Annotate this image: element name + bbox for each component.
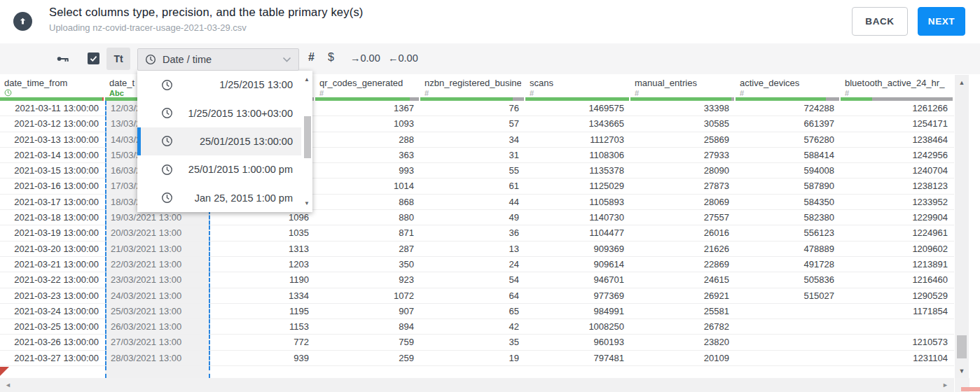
scroll-right-icon[interactable]: ►	[942, 382, 948, 388]
include-column-checkbox[interactable]	[88, 52, 99, 64]
column-header-active_devices[interactable]: active_devices#	[736, 74, 841, 101]
currency-type-button[interactable]: $	[328, 51, 334, 64]
table-cell: 1112703	[525, 132, 630, 147]
column-name: manual_entries	[635, 78, 731, 88]
vertical-scrollbar[interactable]: ▲ ▼	[955, 75, 969, 378]
table-row: 2021-03-19 13:00:0020/03/2021 13:0010358…	[0, 225, 954, 241]
table-cell: 1072	[315, 288, 420, 303]
table-cell: 576280	[736, 132, 841, 147]
table-cell: 54	[420, 272, 525, 287]
table-cell	[630, 366, 736, 378]
column-header-bluetooth_active_24_hr_[interactable]: bluetooth_active_24_hr_#	[841, 74, 954, 101]
table-cell: 909614	[525, 257, 630, 272]
text-type-button[interactable]: Tt	[106, 48, 130, 70]
upload-icon	[13, 12, 32, 31]
table-cell: 1171854	[841, 304, 954, 318]
column-type-select[interactable]: Date / time	[137, 48, 299, 71]
table-cell: 2021-03-16 13:00:00	[0, 178, 105, 193]
back-button[interactable]: BACK	[852, 7, 908, 36]
column-header-manual_entries[interactable]: manual_entries#	[630, 74, 736, 101]
table-cell	[736, 335, 841, 349]
increase-decimal-button[interactable]: →0.00	[350, 52, 380, 64]
table-cell: 1140730	[525, 210, 630, 225]
table-cell: 61	[420, 178, 525, 193]
horizontal-scrollbar[interactable]: ◄ ►	[0, 378, 954, 392]
scroll-up-icon[interactable]: ▲	[302, 76, 312, 83]
table-cell: 36	[420, 225, 525, 240]
table-cell: 588414	[736, 148, 841, 162]
format-option[interactable]: 25/01/2015 13:00:00	[137, 127, 301, 155]
column-header-date_time_from[interactable]: date_time_from	[0, 74, 105, 101]
more-rows-flag	[0, 367, 9, 376]
table-cell: 288	[315, 132, 420, 147]
table-row: 2021-03-27 13:00:0028/03/2021 13:0093925…	[0, 351, 954, 366]
column-header-nzbn_registered_busine[interactable]: nzbn_registered_busine#	[420, 74, 525, 101]
table-cell: 22869	[630, 257, 736, 272]
table-row: 2021-03-18 13:00:0019/03/2021 13:0010968…	[0, 210, 954, 225]
clock-icon	[161, 135, 173, 147]
table-cell: 57	[420, 116, 525, 131]
table-cell: 26016	[630, 225, 736, 240]
table-cell: 30585	[630, 116, 736, 131]
format-option[interactable]: Jan 25, 2015 1:00 pm	[137, 184, 301, 212]
corner-indicator	[961, 387, 980, 391]
table-cell: 1105893	[525, 195, 630, 209]
table-cell: 923	[315, 272, 420, 287]
scroll-up-icon[interactable]: ▲	[955, 79, 969, 86]
table-cell: 1290529	[841, 288, 954, 303]
table-cell: 2021-03-26 13:00:00	[0, 335, 105, 349]
format-option[interactable]: 1/25/2015 13:00	[137, 71, 301, 99]
table-cell: 2021-03-13 13:00:00	[0, 132, 105, 147]
table-cell: 2021-03-18 13:00:00	[0, 210, 105, 225]
table-row: 2021-03-22 13:00:0023/03/2021 13:0011909…	[0, 272, 954, 288]
column-header-qr_codes_generated[interactable]: qr_codes_generated#	[315, 74, 420, 101]
scroll-down-icon[interactable]: ▼	[302, 200, 312, 206]
vertical-scroll-thumb[interactable]	[957, 335, 967, 358]
table-cell: 19/03/2021 13:00	[105, 210, 210, 225]
table-cell: 21/03/2021 13:00	[105, 241, 210, 256]
clock-icon	[161, 107, 173, 119]
column-name: qr_codes_generated	[319, 78, 416, 88]
format-option[interactable]: 25/01/2015 1:00:00 pm	[137, 155, 301, 183]
table-cell: 33398	[630, 101, 736, 115]
dropdown-scrollbar[interactable]: ▲ ▼	[302, 71, 312, 212]
table-cell: 76	[420, 101, 525, 115]
table-cell: 1334	[210, 288, 315, 303]
table-cell: 2021-03-12 13:00:00	[0, 116, 105, 131]
next-button[interactable]: NEXT	[918, 7, 965, 36]
table-cell: 491728	[736, 257, 841, 272]
table-cell	[736, 319, 841, 334]
dropdown-scroll-thumb[interactable]	[304, 116, 311, 158]
table-cell: 24/03/2021 13:00	[105, 288, 210, 303]
table-cell: 587890	[736, 178, 841, 193]
table-cell	[736, 351, 841, 365]
table-cell: 1153	[210, 319, 315, 334]
table-cell: 25581	[630, 304, 736, 318]
table-cell: 880	[315, 210, 420, 225]
primary-key-icon[interactable]	[56, 53, 70, 67]
table-cell: 49	[420, 210, 525, 225]
table-cell: 1238464	[841, 132, 954, 147]
table-cell: 515027	[736, 288, 841, 303]
table-cell: 584350	[736, 195, 841, 209]
scroll-left-icon[interactable]: ◄	[5, 382, 11, 388]
table-cell: 1209602	[841, 241, 954, 256]
number-type-button[interactable]: #	[308, 51, 315, 64]
table-cell: 960193	[525, 335, 630, 349]
decrease-decimal-button[interactable]: ←0.00	[388, 52, 418, 64]
table-cell: 22/03/2021 13:00	[105, 257, 210, 272]
table-cell	[315, 366, 420, 378]
table-cell: 2021-03-11 13:00:00	[0, 101, 105, 115]
table-cell: 2021-03-22 13:00:00	[0, 272, 105, 287]
table-cell: 1096	[210, 210, 315, 225]
table-cell: 259	[315, 351, 420, 365]
format-option[interactable]: 1/25/2015 13:00+03:00	[137, 99, 301, 127]
table-cell: 28/03/2021 13:00	[105, 351, 210, 365]
scroll-down-icon[interactable]: ▼	[955, 368, 969, 374]
table-cell: 868	[315, 195, 420, 209]
table-cell: 1254171	[841, 116, 954, 131]
table-cell: 594008	[736, 163, 841, 178]
table-cell: 21626	[630, 241, 736, 256]
table-row: 2021-03-20 13:00:0021/03/2021 13:0013132…	[0, 241, 954, 257]
column-header-scans[interactable]: scans#	[525, 74, 630, 101]
